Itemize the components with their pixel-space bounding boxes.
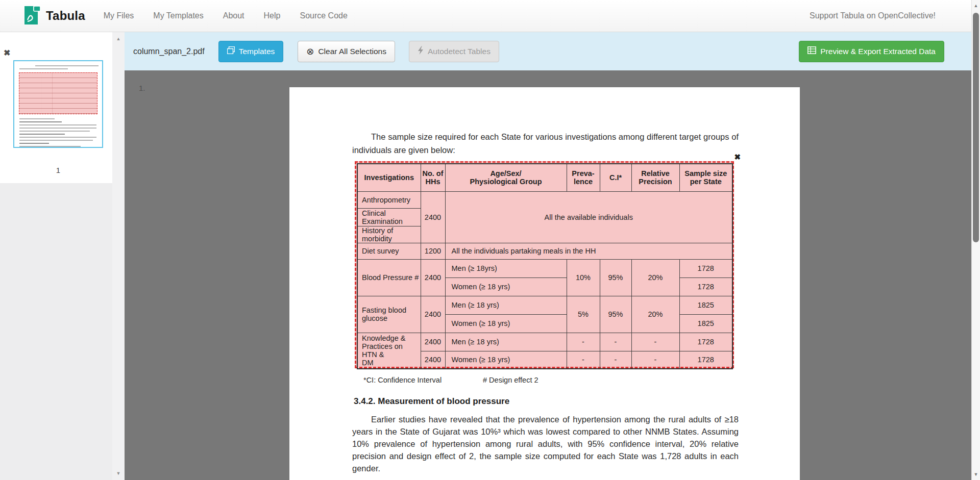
lightning-icon <box>418 46 424 57</box>
thumbnail-line <box>19 121 62 122</box>
nav-links: My Files My Templates About Help Source … <box>104 11 348 20</box>
table-row: Knowledge & Practices on HTN & DM Fastin… <box>357 296 732 314</box>
selection-close-icon[interactable]: ✖ <box>734 153 741 161</box>
table-cell: - <box>600 351 631 369</box>
document-toolbar: column_span_2.pdf Templates ⊗ Clear All … <box>125 32 971 70</box>
table-cell: History of morbidity <box>357 226 421 243</box>
support-link[interactable]: Support Tabula on OpenCollective! <box>810 11 936 20</box>
clear-all-selections-button[interactable]: ⊗ Clear All Selections <box>298 41 395 62</box>
table-row: Anthropometry 2400 All the available ind… <box>357 191 732 208</box>
templates-label: Templates <box>239 47 275 56</box>
thumbnail-body <box>14 116 102 148</box>
body-paragraph: Earlier studies have revealed that the p… <box>352 413 739 474</box>
header-cell: Investigations <box>357 164 421 191</box>
main-scrollbar[interactable]: ▲ ▼ <box>971 0 980 480</box>
scroll-up-icon[interactable]: ▲ <box>972 2 980 9</box>
thumbnail-line <box>19 146 81 147</box>
header-cell: Age/Sex/ Physiological Group <box>445 164 567 191</box>
header-cell: No. of HHs <box>421 164 445 191</box>
clear-label: Clear All Selections <box>318 47 386 56</box>
table-cell: 5% <box>567 296 600 333</box>
scrollbar-thumb[interactable] <box>973 13 979 242</box>
table-cell: 10% <box>567 259 600 296</box>
table-cell: 95% <box>600 296 631 333</box>
table-selection-region[interactable]: ✖ Investigations No. of HHs Age/Sex/ Phy… <box>355 161 734 368</box>
nav-link-source-code[interactable]: Source Code <box>300 11 347 20</box>
scroll-up-icon[interactable]: ▲ <box>112 35 125 42</box>
table-cell: - <box>567 351 600 369</box>
table-row: Blood Pressure # 2400 Men (≥ 18yrs) 10% … <box>357 259 732 277</box>
section-heading: 3.4.2. Measurement of blood pressure <box>354 396 509 407</box>
thumbnail-line <box>19 118 55 119</box>
thumbnail-line <box>19 68 68 69</box>
table-cell: 1728 <box>679 259 732 277</box>
table-cell: - <box>600 333 631 351</box>
tabula-logo-icon <box>22 3 41 29</box>
nav-link-about[interactable]: About <box>223 11 244 20</box>
templates-icon <box>227 46 235 56</box>
table-row: Diet survey 1200 All the individuals par… <box>357 243 732 259</box>
table-cell: Men (≥ 18yrs) <box>445 259 567 277</box>
templates-button[interactable]: Templates <box>218 41 284 62</box>
table-grid-icon <box>807 46 816 56</box>
header-cell: Sample size per State <box>679 164 732 191</box>
table-cell: 1728 <box>679 277 732 296</box>
table-cell: 2400 <box>421 259 445 296</box>
table-header-row: Investigations No. of HHs Age/Sex/ Physi… <box>357 164 732 191</box>
thumbnail-selection <box>19 72 97 114</box>
pdf-page-1[interactable]: The sample size required for each State … <box>289 87 800 480</box>
thumbnail-line <box>19 143 49 144</box>
table-cell: Clinical Examination <box>357 208 421 226</box>
table-cell: 1728 <box>679 333 732 351</box>
page-thumbnail-1[interactable] <box>13 60 103 148</box>
thumbnail-line <box>19 128 96 129</box>
table-cell: 1200 <box>421 243 445 259</box>
table-cell: Women (≥ 18 yrs) <box>445 351 567 369</box>
thumbnail-line <box>19 140 93 141</box>
footnote-ci: *CI: Confidence Interval <box>363 376 442 384</box>
extracted-table: Investigations No. of HHs Age/Sex/ Physi… <box>357 163 733 369</box>
clear-circle-x-icon: ⊗ <box>306 47 314 56</box>
table-cell: Blood Pressure # <box>357 259 421 296</box>
document-filename: column_span_2.pdf <box>133 47 205 56</box>
thumbnail-line <box>35 65 99 66</box>
scroll-down-icon[interactable]: ▼ <box>112 470 125 477</box>
table-cell: - <box>631 333 679 351</box>
intro-paragraph: The sample size required for each State … <box>352 130 739 157</box>
thumbnail-list: ✖ <box>0 32 112 183</box>
header-cell: Preva- lence <box>567 164 600 191</box>
table-cell: 1825 <box>679 314 732 333</box>
table-cell: - <box>567 333 600 351</box>
footnote-design-effect: # Design effect 2 <box>483 376 538 384</box>
table-cell: Anthropometry <box>357 191 421 208</box>
thumbnail-line <box>19 134 65 135</box>
table-cell: Men (≥ 18 yrs) <box>445 333 567 351</box>
table-cell: 20% <box>631 259 679 296</box>
table-cell: Diet survey <box>357 243 421 259</box>
header-cell: Relative Precision <box>631 164 679 191</box>
table-cell: All the available individuals <box>445 191 732 243</box>
thumbnail-sidebar: ✖ <box>0 32 112 480</box>
nav-link-my-templates[interactable]: My Templates <box>153 11 203 20</box>
scroll-down-icon[interactable]: ▼ <box>972 471 980 478</box>
table-cell: Knowledge & Practices on HTN & DM <box>357 333 421 369</box>
table-cell: - <box>631 351 679 369</box>
thumbnail-line <box>19 124 96 125</box>
preview-export-button[interactable]: Preview & Export Extracted Data <box>799 41 944 62</box>
thumbnail-line <box>19 137 96 138</box>
thumbnail-line <box>19 131 90 132</box>
table-cell: 20% <box>631 296 679 333</box>
table-cell: 2400 <box>421 296 445 333</box>
sidebar-scrollbar[interactable]: ▲ ▼ <box>112 32 125 480</box>
brand-name[interactable]: Tabula <box>46 9 85 23</box>
header-cell: C.I* <box>600 164 631 191</box>
nav-link-my-files[interactable]: My Files <box>104 11 134 20</box>
brand[interactable]: Tabula <box>22 3 85 29</box>
nav-link-help[interactable]: Help <box>264 11 281 20</box>
document-canvas[interactable]: 1. The sample size required for each Sta… <box>125 70 971 480</box>
autodetect-tables-button[interactable]: Autodetect Tables <box>409 41 499 62</box>
table-cell: 1728 <box>679 351 732 369</box>
table-cell: 2400 <box>421 191 445 243</box>
close-page-icon[interactable]: ✖ <box>4 49 10 57</box>
top-navbar: Tabula My Files My Templates About Help … <box>0 0 971 32</box>
